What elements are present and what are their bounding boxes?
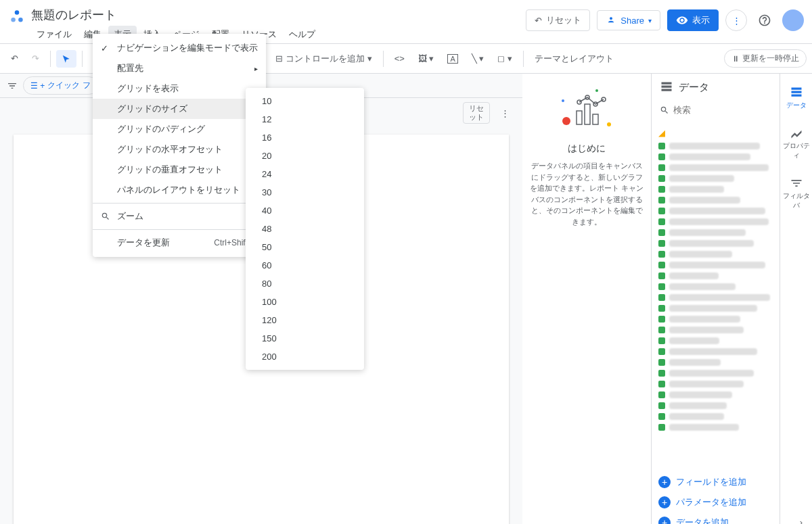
svg-point-9 — [562, 99, 564, 102]
pause-updates-button[interactable]: ⏸更新を一時停止 — [724, 49, 807, 68]
field-item[interactable] — [657, 249, 774, 260]
embed-button[interactable]: <> — [389, 49, 410, 68]
field-item[interactable] — [657, 335, 774, 346]
field-item[interactable] — [657, 162, 774, 173]
field-item[interactable] — [657, 314, 774, 325]
grid-size-submenu: 1012162024304048506080100120150200 — [246, 88, 364, 370]
field-item[interactable] — [657, 173, 774, 184]
image-button[interactable]: 🖼 ▾ — [413, 49, 440, 68]
undo-button[interactable]: ↶ — [5, 49, 24, 68]
field-item[interactable] — [657, 368, 774, 379]
grid-size-option[interactable]: 100 — [246, 293, 364, 311]
field-item[interactable] — [657, 281, 774, 292]
theme-layout-button[interactable]: テーマとレイアウト — [529, 49, 619, 69]
field-item[interactable] — [657, 195, 774, 206]
hint-title: はじめに — [529, 143, 644, 155]
right-tab-データ[interactable]: データ — [782, 80, 811, 116]
data-search-input[interactable] — [657, 101, 774, 120]
view-menu-item[interactable]: ナビゲーションを編集モードで表示 — [93, 38, 266, 58]
menu-ファイル[interactable]: ファイル — [31, 26, 77, 43]
selection-tool[interactable] — [56, 50, 76, 68]
view-menu-item[interactable]: グリッドの垂直オフセット — [93, 160, 266, 180]
view-menu-item[interactable]: パネルのレイアウトをリセット — [93, 180, 266, 200]
add-parameter-button[interactable]: +パラメータを追加 — [652, 492, 780, 513]
view-button[interactable]: 表示 — [667, 9, 719, 31]
field-item[interactable] — [657, 389, 774, 400]
menu-ヘルプ[interactable]: ヘルプ — [284, 26, 321, 43]
field-item[interactable] — [657, 238, 774, 249]
field-item[interactable] — [657, 216, 774, 227]
field-item[interactable] — [657, 206, 774, 216]
view-menu-dropdown: ナビゲーションを編集モードで表示配置先グリッドを表示グリッドのサイズグリッドのパ… — [93, 34, 266, 257]
field-item[interactable] — [657, 400, 774, 411]
field-item[interactable] — [657, 422, 774, 433]
grid-size-option[interactable]: 120 — [246, 311, 364, 329]
view-menu-item[interactable]: ズーム — [93, 206, 266, 227]
field-item[interactable] — [657, 227, 774, 238]
grid-size-option[interactable]: 50 — [246, 238, 364, 256]
grid-size-option[interactable]: 80 — [246, 275, 364, 293]
field-item[interactable] — [657, 346, 774, 357]
reset-button[interactable]: ↶リセット — [526, 9, 590, 31]
shape-button[interactable]: ◻ ▾ — [492, 49, 518, 68]
grid-size-option[interactable]: 40 — [246, 201, 364, 220]
field-item[interactable] — [657, 270, 774, 281]
field-item[interactable] — [657, 325, 774, 335]
field-item[interactable] — [657, 379, 774, 389]
share-button[interactable]: Share▾ — [597, 10, 660, 30]
help-icon[interactable] — [754, 9, 775, 31]
svg-point-7 — [562, 117, 570, 125]
field-item[interactable] — [657, 141, 774, 151]
more-options-icon[interactable]: ⋮ — [725, 9, 747, 31]
field-item[interactable] — [657, 292, 774, 303]
svg-point-1 — [11, 18, 15, 22]
right-sidebar-tabs: データプロパティフィルタバ› — [780, 74, 812, 524]
filter-icon[interactable] — [7, 80, 18, 91]
field-item[interactable] — [657, 411, 774, 422]
data-panel-title: データ — [679, 81, 709, 94]
user-avatar[interactable] — [782, 9, 804, 31]
canvas-more-icon[interactable]: ⋮ — [494, 102, 516, 124]
quick-filter-button[interactable]: ☰ + クイック フ — [23, 76, 98, 95]
view-menu-item[interactable]: 配置先 — [93, 58, 266, 78]
redo-button[interactable]: ↷ — [26, 49, 45, 68]
add-field-button[interactable]: +フィールドを追加 — [652, 472, 780, 492]
datasource-icon[interactable]: ◢ — [652, 125, 780, 141]
right-tab-フィルタバ[interactable]: フィルタバ — [782, 171, 811, 216]
document-title[interactable]: 無題のレポート — [31, 5, 526, 24]
right-tab-プロパティ[interactable]: プロパティ — [782, 121, 811, 166]
expand-arrow-icon[interactable]: › — [800, 517, 803, 524]
canvas-reset-button[interactable]: リセ ット — [463, 102, 490, 124]
add-data-button[interactable]: +データを追加 — [652, 513, 780, 524]
field-item[interactable] — [657, 151, 774, 162]
grid-size-option[interactable]: 20 — [246, 147, 364, 165]
grid-size-option[interactable]: 12 — [246, 110, 364, 128]
text-button[interactable]: A — [442, 50, 463, 68]
svg-point-8 — [607, 122, 611, 126]
svg-rect-10 — [577, 111, 582, 124]
svg-point-2 — [18, 18, 22, 22]
field-item[interactable] — [657, 303, 774, 314]
grid-size-option[interactable]: 24 — [246, 165, 364, 183]
view-menu-item[interactable]: データを更新Ctrl+Shift+E — [93, 233, 266, 253]
grid-size-option[interactable]: 10 — [246, 92, 364, 110]
grid-size-option[interactable]: 16 — [246, 128, 364, 147]
data-panel: データ ◢ +フィールドを追加 +パラメータを追加 +データを追加 — [651, 74, 780, 524]
add-control-button[interactable]: ⊟ コントロールを追加 ▾ — [270, 49, 378, 69]
view-menu-item[interactable]: グリッドを表示 — [93, 78, 266, 99]
grid-size-option[interactable]: 200 — [246, 348, 364, 366]
grid-size-option[interactable]: 30 — [246, 183, 364, 201]
grid-size-option[interactable]: 60 — [246, 256, 364, 275]
hint-text: データパネルの項目をキャンバスにドラッグすると、新しいグラフを追加できます。レポ… — [529, 160, 644, 227]
view-menu-item[interactable]: グリッドのサイズ — [93, 99, 266, 119]
field-item[interactable] — [657, 184, 774, 195]
grid-size-option[interactable]: 150 — [246, 329, 364, 348]
field-list — [652, 141, 780, 472]
view-menu-item[interactable]: グリッドのパディング — [93, 119, 266, 139]
field-item[interactable] — [657, 260, 774, 270]
field-item[interactable] — [657, 357, 774, 368]
grid-size-option[interactable]: 48 — [246, 220, 364, 238]
line-button[interactable]: ╲ ▾ — [466, 49, 490, 68]
view-menu-item[interactable]: グリッドの水平オフセット — [93, 139, 266, 160]
svg-point-6 — [595, 89, 598, 92]
